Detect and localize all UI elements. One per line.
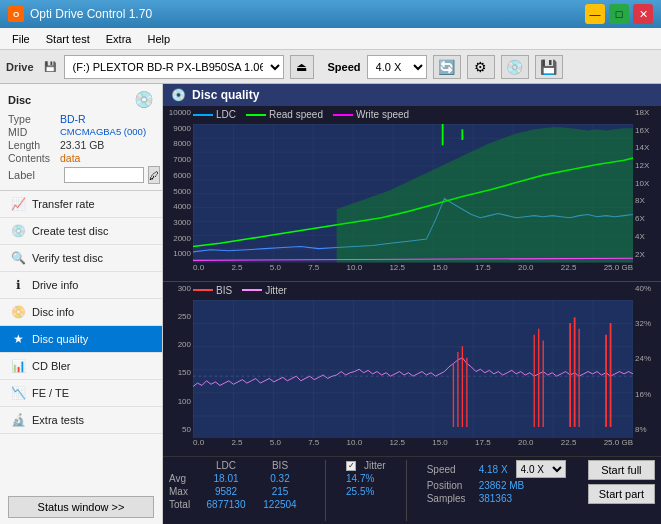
total-label: Total xyxy=(169,499,197,510)
bottom-chart: BIS Jitter 300 250 200 150 100 50 40% 32… xyxy=(163,282,661,457)
save-button[interactable]: 💾 xyxy=(535,55,563,79)
sidebar-nav: 📈 Transfer rate 💿 Create test disc 🔍 Ver… xyxy=(0,191,162,490)
disc-type-value: BD-R xyxy=(60,113,86,125)
position-label: Position xyxy=(427,480,475,491)
top-chart-grid xyxy=(193,124,633,263)
disc-panel-icon: 💿 xyxy=(134,90,154,109)
minimize-button[interactable]: — xyxy=(585,4,605,24)
speed-header-row: Speed 4.18 X 4.0 X xyxy=(427,460,566,478)
disc-header: Disc 💿 xyxy=(8,90,154,109)
sidebar-item-disc-info[interactable]: 📀 Disc info xyxy=(0,299,162,326)
legend-bis: BIS xyxy=(193,285,232,296)
fe-te-label: FE / TE xyxy=(32,387,69,399)
start-part-button[interactable]: Start part xyxy=(588,484,655,504)
bottom-chart-legend: BIS Jitter xyxy=(193,285,287,296)
content-area: 💿 Disc quality LDC Read speed Write spee… xyxy=(163,84,661,524)
speed-select[interactable]: 4.0 X xyxy=(367,55,427,79)
speed-header-label: Speed xyxy=(427,464,475,475)
disc-info-panel: Disc 💿 Type BD-R MID CMCMAGBA5 (000) Len… xyxy=(0,84,162,191)
menu-file[interactable]: File xyxy=(4,31,38,47)
disc-type-label: Type xyxy=(8,113,60,125)
app-title: Opti Drive Control 1.70 xyxy=(30,7,152,21)
ldc-bis-stats: LDC BIS Avg 18.01 0.32 Max 9582 215 Tota… xyxy=(169,460,305,510)
jitter-header-row: ✓ Jitter xyxy=(346,460,386,471)
top-chart-legend: LDC Read speed Write speed xyxy=(193,109,409,120)
drive-info-icon: ℹ xyxy=(10,277,26,293)
top-x-axis: 0.0 2.5 5.0 7.5 10.0 12.5 15.0 17.5 20.0… xyxy=(193,263,633,281)
total-row: Total 6877130 122504 xyxy=(169,499,305,510)
bis-header: BIS xyxy=(255,460,305,471)
disc-label-input[interactable] xyxy=(64,167,144,183)
top-y-axis-right: 18X 16X 14X 12X 10X 8X 6X 4X 2X xyxy=(633,106,661,261)
disc-mid-value: CMCMAGBA5 (000) xyxy=(60,126,146,138)
samples-label: Samples xyxy=(427,493,475,504)
sidebar-item-extra-tests[interactable]: 🔬 Extra tests xyxy=(0,407,162,434)
disc-contents-value: data xyxy=(60,152,80,164)
disc-quality-label: Disc quality xyxy=(32,333,88,345)
sidebar-item-create-test-disc[interactable]: 💿 Create test disc xyxy=(0,218,162,245)
jitter-color xyxy=(242,289,262,291)
ldc-color xyxy=(193,114,213,116)
write-speed-color xyxy=(333,114,353,116)
disc-panel-title: Disc xyxy=(8,94,31,106)
avg-ldc-value: 18.01 xyxy=(201,473,251,484)
jitter-checkbox[interactable]: ✓ xyxy=(346,461,356,471)
top-y-axis-left: 10000 9000 8000 7000 6000 5000 4000 3000… xyxy=(163,106,193,261)
disc-contents-row: Contents data xyxy=(8,152,154,164)
bottom-y-axis-right: 40% 32% 24% 16% 8% xyxy=(633,282,661,437)
ldc-label: LDC xyxy=(216,109,236,120)
disc-length-row: Length 23.31 GB xyxy=(8,139,154,151)
app-icon: O xyxy=(8,6,24,22)
position-value: 23862 MB xyxy=(479,480,525,491)
menu-help[interactable]: Help xyxy=(139,31,178,47)
disc-mid-row: MID CMCMAGBA5 (000) xyxy=(8,126,154,138)
menu-extra[interactable]: Extra xyxy=(98,31,140,47)
total-ldc-value: 6877130 xyxy=(201,499,251,510)
cd-bler-label: CD Bler xyxy=(32,360,71,372)
drive-select[interactable]: (F:) PLEXTOR BD-R PX-LB950SA 1.06 xyxy=(64,55,284,79)
close-button[interactable]: ✕ xyxy=(633,4,653,24)
jitter-stats: ✓ Jitter 14.7% 25.5% xyxy=(346,460,386,497)
verify-test-disc-label: Verify test disc xyxy=(32,252,103,264)
max-ldc-value: 9582 xyxy=(201,486,251,497)
disc-length-label: Length xyxy=(8,139,60,151)
sidebar-item-drive-info[interactable]: ℹ Drive info xyxy=(0,272,162,299)
cd-bler-icon: 📊 xyxy=(10,358,26,374)
transfer-rate-icon: 📈 xyxy=(10,196,26,212)
eject-button[interactable]: ⏏ xyxy=(290,55,314,79)
menu-start-test[interactable]: Start test xyxy=(38,31,98,47)
maximize-button[interactable]: □ xyxy=(609,4,629,24)
settings-button[interactable]: ⚙ xyxy=(467,55,495,79)
sidebar-item-verify-test-disc[interactable]: 🔍 Verify test disc xyxy=(0,245,162,272)
disc-info-icon: 📀 xyxy=(10,304,26,320)
write-speed-label: Write speed xyxy=(356,109,409,120)
disc-button[interactable]: 💿 xyxy=(501,55,529,79)
legend-jitter: Jitter xyxy=(242,285,287,296)
toolbar: Drive 💾 (F:) PLEXTOR BD-R PX-LB950SA 1.0… xyxy=(0,50,661,84)
samples-row: Samples 381363 xyxy=(427,493,566,504)
jitter-avg-row: 14.7% xyxy=(346,473,386,484)
bis-label: BIS xyxy=(216,285,232,296)
max-jitter-value: 25.5% xyxy=(346,486,374,497)
sidebar-item-disc-quality[interactable]: ★ Disc quality xyxy=(0,326,162,353)
disc-quality-header-icon: 💿 xyxy=(171,88,186,102)
drive-icon: 💾 xyxy=(44,61,56,72)
speed-select-stats[interactable]: 4.0 X xyxy=(516,460,566,478)
sidebar-item-cd-bler[interactable]: 📊 CD Bler xyxy=(0,353,162,380)
speed-label: Speed xyxy=(328,61,361,73)
read-speed-color xyxy=(246,114,266,116)
main-layout: Disc 💿 Type BD-R MID CMCMAGBA5 (000) Len… xyxy=(0,84,661,524)
avg-jitter-value: 14.7% xyxy=(346,473,374,484)
transfer-rate-label: Transfer rate xyxy=(32,198,95,210)
stats-headers-row: LDC BIS xyxy=(169,460,305,471)
sidebar-item-fe-te[interactable]: 📉 FE / TE xyxy=(0,380,162,407)
disc-label-button[interactable]: 🖊 xyxy=(148,166,160,184)
ldc-header: LDC xyxy=(201,460,251,471)
refresh-button[interactable]: 🔄 xyxy=(433,55,461,79)
title-bar-buttons: — □ ✕ xyxy=(585,4,653,24)
total-bis-value: 122504 xyxy=(255,499,305,510)
start-full-button[interactable]: Start full xyxy=(588,460,655,480)
avg-row: Avg 18.01 0.32 xyxy=(169,473,305,484)
status-window-button[interactable]: Status window >> xyxy=(8,496,154,518)
sidebar-item-transfer-rate[interactable]: 📈 Transfer rate xyxy=(0,191,162,218)
